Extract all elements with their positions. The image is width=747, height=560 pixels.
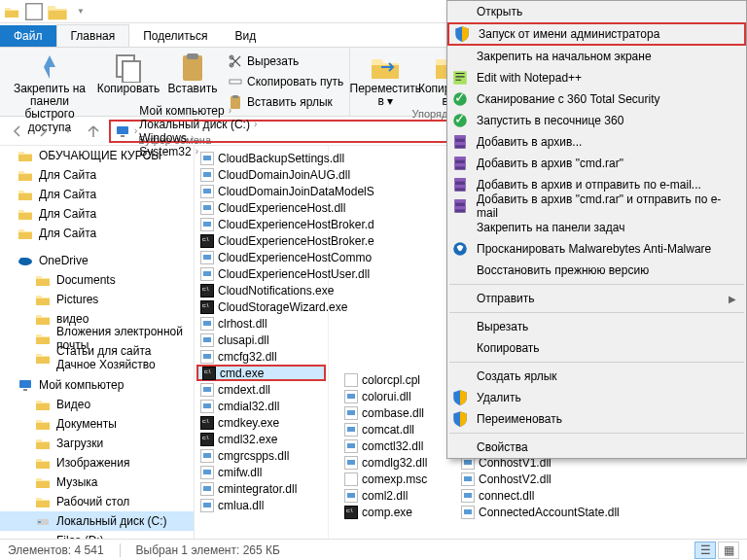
- menu-cut[interactable]: Вырезать: [447, 316, 746, 337]
- nav-history-dropdown[interactable]: ▼: [58, 122, 78, 141]
- view-details-button[interactable]: ☰: [694, 542, 716, 559]
- exe-icon: [200, 433, 214, 446]
- file-item[interactable]: CloudExperienceHost.dll: [196, 199, 326, 216]
- tree-item[interactable]: OneDrive: [0, 251, 194, 270]
- file-item[interactable]: connect.dll: [457, 487, 619, 504]
- menu-scan-malwarebytes[interactable]: Просканировать Malwarebytes Anti-Malware: [447, 238, 746, 260]
- tree-item[interactable]: ОБУЧАЮЩИЕ КУРСЫ: [0, 146, 194, 165]
- tree-item[interactable]: Documents: [0, 270, 194, 290]
- file-item[interactable]: comcat.dll: [340, 421, 453, 438]
- file-item[interactable]: CloudExperienceHostUser.dll: [196, 265, 326, 282]
- file-item[interactable]: comexp.msc: [340, 471, 453, 487]
- file-item[interactable]: cmintegrator.dll: [196, 480, 326, 497]
- tree-item[interactable]: Изображения: [0, 453, 194, 472]
- breadcrumb-root-icon[interactable]: ›: [115, 123, 137, 139]
- menu-scan-360[interactable]: Сканирование с 360 Total Security: [447, 88, 746, 110]
- tree-item[interactable]: Для Сайта: [0, 204, 194, 224]
- menu-copy[interactable]: Копировать: [447, 337, 746, 359]
- tree-item[interactable]: Загрузки: [0, 434, 194, 453]
- dll-icon: [200, 152, 214, 165]
- file-item[interactable]: clusapi.dll: [196, 332, 326, 348]
- menu-rename[interactable]: Переименовать: [447, 408, 746, 430]
- qat-dropdown-icon[interactable]: ▼: [70, 2, 91, 21]
- breadcrumb-item[interactable]: Локальный диск (C:)›: [139, 118, 257, 131]
- file-item[interactable]: cmcfg32.dll: [196, 348, 326, 365]
- breadcrumb-item[interactable]: Мой компьютер›: [139, 104, 257, 118]
- menu-open[interactable]: Открыть: [447, 1, 746, 22]
- shield-icon: [451, 389, 469, 406]
- file-item[interactable]: CloudStorageWizard.exe: [196, 298, 326, 315]
- file-item[interactable]: ConhostV2.dll: [457, 471, 619, 487]
- file-item[interactable]: CloudExperienceHostCommo: [196, 249, 326, 265]
- menu-run-as-admin[interactable]: Запуск от имени администратора: [447, 22, 746, 46]
- qat-new-folder-icon[interactable]: [47, 2, 68, 21]
- menu-pin-taskbar[interactable]: Закрепить на панели задач: [447, 217, 746, 238]
- move-to-button[interactable]: Переместитьв ▾: [356, 50, 414, 108]
- menu-add-cmd-rar[interactable]: Добавить в архив "cmd.rar": [447, 153, 746, 174]
- tree-item[interactable]: Для Сайта: [0, 165, 194, 185]
- qat-properties-icon[interactable]: [23, 2, 45, 21]
- file-item[interactable]: cmifw.dll: [196, 464, 326, 480]
- nav-back-button[interactable]: [8, 122, 27, 141]
- file-item[interactable]: CloudExperienceHostBroker.d: [196, 216, 326, 232]
- tree-item[interactable]: Видео: [0, 395, 194, 414]
- navigation-tree[interactable]: ОБУЧАЮЩИЕ КУРСЫДля СайтаДля СайтаДля Сай…: [0, 146, 195, 539]
- menu-restore-previous[interactable]: Восстановить прежнюю версию: [447, 260, 746, 281]
- file-item[interactable]: comdlg32.dll: [340, 454, 453, 471]
- tree-item[interactable]: Рабочий стол: [0, 492, 194, 511]
- menu-sandbox-360[interactable]: Запустить в песочнице 360: [447, 110, 746, 131]
- tree-item[interactable]: Музыка: [0, 472, 194, 492]
- tab-view[interactable]: Вид: [221, 25, 269, 47]
- file-item[interactable]: combase.dll: [340, 404, 453, 421]
- file-item[interactable]: cmgrcspps.dll: [196, 447, 326, 464]
- menu-delete[interactable]: Удалить: [447, 387, 746, 408]
- tab-home[interactable]: Главная: [56, 24, 130, 47]
- file-item[interactable]: comctl32.dll: [340, 438, 453, 454]
- tree-item[interactable]: Локальный диск (C:): [0, 511, 194, 531]
- view-icons-button[interactable]: ▦: [718, 542, 739, 559]
- copy-button[interactable]: Копировать: [99, 50, 158, 95]
- file-item[interactable]: CloudExperienceHostBroker.e: [196, 232, 326, 249]
- menu-send-to[interactable]: Отправить▶: [447, 288, 746, 309]
- menu-create-shortcut[interactable]: Создать ярлык: [447, 366, 746, 387]
- paste-button[interactable]: Вставить: [163, 50, 222, 95]
- file-item[interactable]: cmdl32.exe: [196, 431, 326, 447]
- menu-separator: [449, 284, 744, 285]
- file-item[interactable]: colorui.dll: [340, 388, 453, 404]
- menu-pin-start[interactable]: Закрепить на начальном экране: [447, 46, 746, 67]
- file-item[interactable]: CloudDomainJoinDataModelS: [196, 183, 326, 199]
- file-item[interactable]: clrhost.dll: [196, 315, 326, 332]
- copy-path-button[interactable]: Скопировать путь: [228, 72, 343, 91]
- menu-add-archive[interactable]: Добавить в архив...: [447, 131, 746, 153]
- tree-item[interactable]: Документы: [0, 414, 194, 434]
- menu-properties[interactable]: Свойства: [447, 437, 746, 458]
- file-item[interactable]: comp.exe: [340, 504, 453, 520]
- file-item[interactable]: cmlua.dll: [196, 497, 326, 513]
- file-item[interactable]: cmdext.dll: [196, 381, 326, 398]
- file-item[interactable]: colorcpl.cpl: [340, 371, 453, 388]
- nav-up-button[interactable]: [84, 122, 103, 141]
- menu-add-cmd-rar-email[interactable]: Добавить в архив "cmd.rar" и отправить п…: [447, 195, 746, 217]
- file-item[interactable]: CloudNotifications.exe: [196, 282, 326, 298]
- tree-item[interactable]: Мой компьютер: [0, 375, 194, 395]
- tab-file[interactable]: Файл: [0, 25, 56, 47]
- tree-item[interactable]: Для Сайта: [0, 224, 194, 243]
- cpl-icon: [344, 472, 358, 486]
- tree-item[interactable]: Для Сайта: [0, 185, 194, 204]
- nav-forward-button[interactable]: [33, 122, 53, 141]
- file-item[interactable]: cmdial32.dll: [196, 398, 326, 414]
- tree-item[interactable]: Pictures: [0, 290, 194, 309]
- breadcrumb-item[interactable]: Windows›: [139, 131, 257, 145]
- file-item[interactable]: coml2.dll: [340, 487, 453, 504]
- cut-button[interactable]: Вырезать: [228, 52, 343, 71]
- file-item[interactable]: ConnectedAccountState.dll: [457, 504, 619, 520]
- tree-item[interactable]: Files (D:): [0, 531, 194, 539]
- file-item[interactable]: cmdkey.exe: [196, 414, 326, 431]
- file-item[interactable]: cmd.exe: [196, 365, 326, 381]
- file-item[interactable]: CloudBackupSettings.dll: [196, 150, 326, 166]
- tree-item[interactable]: Статьи для сайта Дачное Хозяйство: [0, 348, 194, 368]
- copy-icon: [113, 52, 144, 83]
- file-item[interactable]: CloudDomainJoinAUG.dll: [196, 166, 326, 183]
- menu-edit-notepadpp[interactable]: Edit with Notepad++: [447, 67, 746, 88]
- tab-share[interactable]: Поделиться: [129, 25, 221, 47]
